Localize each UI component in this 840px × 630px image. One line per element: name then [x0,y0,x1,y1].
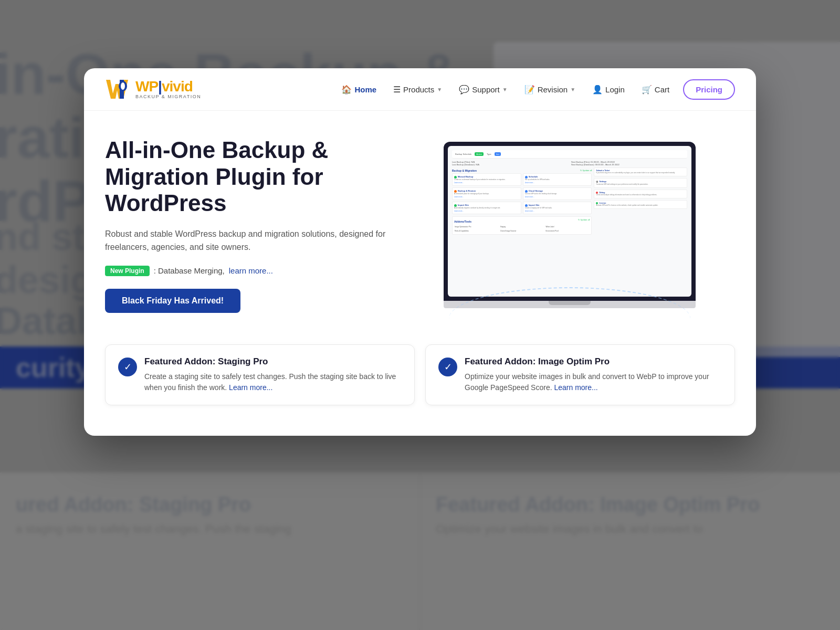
navbar: WP|vivid BACKUP & MIGRATION 🏠 Home ☰ Pro… [84,68,756,111]
hero-section: All-in-One Backup & Migration Plugin for… [84,111,756,329]
addon-item-0: Image Optimization Pro [454,225,499,228]
screen-license-desc: Activate WPvivid Pro license on the webs… [596,205,685,207]
nav-home-label: Home [354,85,376,94]
screen-dot-5 [525,204,528,207]
addon-link-staging[interactable]: Learn more... [229,383,272,392]
addon-check-staging: ✓ [118,358,137,376]
addon-item-1: Staging [500,225,544,228]
cart-icon: 🛒 [642,85,652,94]
screen-right-info: Next Backup (Files): 01:00:00 - March 29… [571,161,687,166]
addon-item-2: White Label [545,225,590,228]
screen-dot-2 [454,190,457,193]
addon-desc-staging: Create a staging site to safely test cha… [144,371,402,393]
home-icon: 🏠 [341,85,352,94]
addon-card-staging: ✓ Featured Addon: Staging Pro Create a s… [105,344,415,405]
screen-next-db: Next Backup (Database): 00:00:00 - March… [571,163,687,166]
screen-last-db: Last Backup (Database): N/A [452,163,568,166]
screen-type-label: Type [487,153,491,155]
screen-addon-grid: Image Optimization Pro Staging White Lab… [454,225,590,233]
addon-item-5: Environment Prod [545,229,590,233]
screen-settings-desc: Customize WPvivid settings to your prefe… [596,184,685,186]
screen-dot-3 [525,190,528,193]
hero-left: All-in-One Backup & Migration Plugin for… [105,137,388,313]
screen-dot-0 [454,176,457,178]
addon-card-image: ✓ Featured Addon: Image Optim Pro Optimi… [425,344,735,405]
nav-support[interactable]: 💬 Support ▼ [452,80,514,99]
nav-cart[interactable]: 🛒 Cart [634,80,677,99]
screen-left-info: Last Backup (Files): N/A Last Backup (Da… [452,161,568,166]
screen-content: Backup Schedule Active Type Incr Last Ba… [448,146,691,296]
addon-content-image: Featured Addon: Image Optim Pro Optimize… [465,356,722,393]
screen-ticket: Submit a Ticket If you find a bug error … [594,167,687,176]
screen-settings-title: Settings [599,181,606,183]
login-icon: 👤 [592,85,603,94]
cta-button[interactable]: Black Friday Has Arrived! [105,289,240,313]
screen-card-1: Schedule Set up schedules for WPvivid ta… [523,173,592,186]
modal-card: WP|vivid BACKUP & MIGRATION 🏠 Home ☰ Pro… [84,68,756,436]
screen-dot-4 [454,204,457,207]
products-chevron: ▼ [437,87,442,92]
nav-home[interactable]: 🏠 Home [334,80,384,99]
screen-right-col: Submit a Ticket If you find a bug error … [594,167,687,235]
nav-cart-label: Cart [655,85,669,94]
screen-debug: Debug Check and analyze debug informatio… [594,190,687,198]
screen-settings: ⚙ Settings Customize WPvivid settings to… [594,178,687,188]
screen-card-5: Import Site Create a staging site for WP… [523,202,592,214]
badge-suffix: : Database Merging, [154,266,225,275]
nav-pricing-button[interactable]: Pricing [683,79,735,100]
screen-addons-title: Addons/Tools [454,220,471,223]
screen-features-grid: Manual Backup Create an on-demand backup… [452,173,592,214]
support-icon: 💬 [459,85,469,94]
addon-item-4: Cloned Image Scanner [500,229,544,233]
screen-type-value: Incr [495,152,501,156]
screen-header: Backup Schedule Active Type Incr [452,150,687,159]
nav-revision[interactable]: 📝 Revision ▼ [517,80,583,99]
screen-addons-bar: Addons/Tools ↻ Update all Image Optimiza… [452,216,592,235]
revision-chevron: ▼ [570,87,575,92]
screen-main-columns: Backup & Migration ↻ Update all Man [452,167,687,235]
addon-link-image[interactable]: Learn more... [554,383,597,392]
hero-title: All-in-One Backup & Migration Plugin for… [105,137,388,217]
nav-revision-label: Revision [538,85,568,94]
screen-license: License Activate WPvivid Pro license on … [594,200,687,209]
support-chevron: ▼ [502,87,508,92]
products-icon: ☰ [393,85,401,94]
laptop-screen: Backup Schedule Active Type Incr Last Ba… [444,142,696,300]
screen-card-0: Manual Backup Create an on-demand backup… [452,173,521,186]
hero-right: Backup Schedule Active Type Incr Last Ba… [404,142,735,308]
screen-update-addons: ↻ Update all [578,218,590,224]
laptop-mockup: Backup Schedule Active Type Incr Last Ba… [444,142,696,308]
logo-wp-text: WP|vivid [135,79,201,94]
nav-products-label: Products [403,85,434,94]
screen-debug-desc: Check and analyze debug information and … [596,194,685,196]
nav-login[interactable]: 👤 Login [585,80,632,99]
addon-title-staging: Featured Addon: Staging Pro [144,356,402,367]
logo-icon [105,78,132,101]
addons-section: ✓ Featured Addon: Staging Pro Create a s… [84,334,756,426]
addon-desc-image: Optimize your website images in bulk and… [465,371,722,393]
nav-links: 🏠 Home ☰ Products ▼ 💬 Support ▼ 📝 Revisi… [334,79,735,100]
laptop: Backup Schedule Active Type Incr Last Ba… [444,142,696,308]
hero-description: Robust and stable WordPress backup and m… [105,227,388,254]
screen-ticket-desc: If you find a bug error or a vulnerabili… [596,172,685,174]
hero-plugin-badge: New Plugin : Database Merging, learn mor… [105,266,388,276]
nav-products[interactable]: ☰ Products ▼ [386,80,449,99]
screen-card-4: Import Site Automatically migrate a webs… [452,202,521,214]
revision-icon: 📝 [524,85,535,94]
learn-more-link[interactable]: learn more... [229,266,273,275]
nav-login-label: Login [605,85,625,94]
logo-sub-text: BACKUP & MIGRATION [135,94,201,99]
screen-card-3: Cloud Storage Connect WPvivid to the lea… [523,187,592,200]
screen-active-badge: Active [475,152,484,156]
logo[interactable]: WP|vivid BACKUP & MIGRATION [105,78,201,101]
screen-update-all: ↻ Update all [580,169,592,172]
screen-card-2: Backup & Restore A centralized place for… [452,187,521,200]
nav-support-label: Support [472,85,500,94]
screen-bm-title: Backup & Migration [452,169,477,172]
logo-text: WP|vivid BACKUP & MIGRATION [135,79,201,99]
screen-addons-header: Addons/Tools ↻ Update all [454,218,590,224]
screen-bm-header: Backup & Migration ↻ Update all [452,167,592,173]
screen-dot-1 [525,176,528,178]
screen-left-col: Backup & Migration ↻ Update all Man [452,167,592,235]
screen-backup-schedule: Backup Schedule [455,153,471,155]
